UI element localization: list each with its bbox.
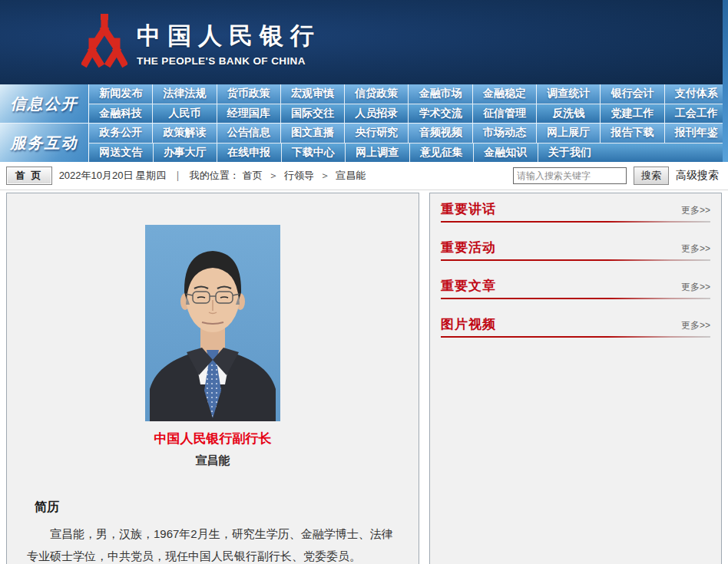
date-label: 2022年10月20日 星期四 [59,169,166,183]
advanced-search-link[interactable]: 高级搜索 [676,169,719,183]
nav-item-学术交流[interactable]: 学术交流 [409,104,472,124]
nav-item-调查统计[interactable]: 调查统计 [537,84,601,104]
search-button[interactable]: 搜索 [634,167,669,185]
nav-item-意见征集[interactable]: 意见征集 [410,143,475,163]
nav-item-下载中心[interactable]: 下载中心 [282,143,346,163]
breadcrumb-link-2[interactable]: 行领导 [284,170,314,181]
nav-group-1-label: 信息公开 [0,84,89,123]
nav-item-图文直播[interactable]: 图文直播 [281,124,345,143]
sidebar-section-2: 重要活动更多>> [430,232,721,261]
section-divider [441,259,710,261]
resume-block: 简历 宣昌能，男，汉族，1967年2月生，研究生学历、金融学博士、法律专业硕士学… [27,500,399,564]
content-area: 中国人民银行副行长 宣昌能 简历 宣昌能，男，汉族，1967年2月生，研究生学历… [0,190,728,564]
nav-item-报告下载[interactable]: 报告下载 [601,124,664,143]
nav-item-网送文告[interactable]: 网送文告 [89,143,154,163]
resume-heading: 简历 [35,500,399,516]
sidebar-section-3: 重要文章更多>> [430,270,721,299]
breadcrumb: 我的位置：首页 ＞ 行领导 ＞ 宣昌能 [190,169,369,183]
sidebar-section-title: 重要文章 [441,277,496,295]
nav-item-人民币[interactable]: 人民币 [153,104,217,124]
nav-item-政务公开[interactable]: 政务公开 [89,124,153,143]
more-link[interactable]: 更多>> [681,242,710,256]
breadcrumb-link-3: 宣昌能 [336,170,366,181]
nav-item-征信管理[interactable]: 征信管理 [473,104,537,124]
nav-row: 网送文告办事大厅在线申报下载中心网上调查意见征集金融知识关于我们 [89,143,728,163]
crumb-separator: ＞ [317,170,333,181]
nav-row: 金融科技人民币经理国库国际交往人员招录学术交流征信管理反洗钱党建工作工会工作 [89,104,728,124]
nav-item-央行研究[interactable]: 央行研究 [345,124,409,143]
site-title-chinese: 中国人民银行 [137,20,321,52]
nav-item-公告信息[interactable]: 公告信息 [217,124,281,143]
sidebar-panel: 重要讲话更多>>重要活动更多>>重要文章更多>>图片视频更多>> [429,193,722,564]
section-divider [441,221,710,223]
bar-separator: ｜ [173,169,183,183]
more-link[interactable]: 更多>> [681,281,710,294]
nav-item-新闻发布[interactable]: 新闻发布 [89,84,153,104]
home-button[interactable]: 首 页 [6,167,52,185]
location-prefix: 我的位置： [190,170,240,181]
nav-item-法律法规[interactable]: 法律法规 [153,84,217,104]
section-divider [441,336,710,338]
site-header: 中国人民银行 THE PEOPLE'S BANK OF CHINA [0,0,728,84]
nav-row: 政务公开政策解读公告信息图文直播央行研究音频视频市场动态网上展厅报告下载报刊年鉴 [89,124,728,143]
official-name: 宣昌能 [7,454,419,468]
nav-item-反洗钱[interactable]: 反洗钱 [537,104,601,124]
nav-item-关于我们[interactable]: 关于我们 [538,143,602,163]
breadcrumb-crumbs: 首页 ＞ 行领导 ＞ 宣昌能 [240,170,369,181]
nav-row: 新闻发布法律法规货币政策宏观审慎信贷政策金融市场金融稳定调查统计银行会计支付体系 [89,84,728,104]
nav-item-党建工作[interactable]: 党建工作 [601,104,664,124]
site-title-english: THE PEOPLE'S BANK OF CHINA [137,55,321,67]
crumb-separator: ＞ [266,170,281,181]
nav-item-人员招录[interactable]: 人员招录 [345,104,409,124]
pboc-logo-icon [81,12,127,72]
nav-item-在线申报[interactable]: 在线申报 [217,143,282,163]
nav-group-1: 信息公开新闻发布法律法规货币政策宏观审慎信贷政策金融市场金融稳定调查统计银行会计… [0,84,728,123]
nav-item-报刊年鉴[interactable]: 报刊年鉴 [665,124,728,143]
nav-item-支付体系[interactable]: 支付体系 [665,84,728,104]
nav-item-音频视频[interactable]: 音频视频 [409,124,472,143]
nav-item-信贷政策[interactable]: 信贷政策 [345,84,409,104]
more-link[interactable]: 更多>> [681,204,710,217]
more-link[interactable]: 更多>> [681,319,710,332]
search-area: 搜索 高级搜索 [513,167,722,185]
breadcrumb-link-1[interactable]: 首页 [243,170,263,181]
nav-item-金融知识[interactable]: 金融知识 [474,143,538,163]
nav-item-市场动态[interactable]: 市场动态 [473,124,537,143]
nav-item-金融科技[interactable]: 金融科技 [89,104,153,124]
nav-group-2-label: 服务互动 [0,124,89,162]
sidebar-section-1: 重要讲话更多>> [430,193,721,223]
sidebar-section-title: 图片视频 [441,315,496,333]
nav-item-工会工作[interactable]: 工会工作 [665,104,728,124]
official-portrait-photo [145,225,280,421]
nav-item-银行会计[interactable]: 银行会计 [601,84,664,104]
nav-item-政策解读[interactable]: 政策解读 [153,124,217,143]
sidebar-section-4: 图片视频更多>> [430,308,721,338]
nav-item-经理国库[interactable]: 经理国库 [217,104,281,124]
sidebar-section-title: 重要讲话 [441,200,496,218]
section-divider [441,298,710,299]
nav-item-货币政策[interactable]: 货币政策 [217,84,281,104]
nav-item-网上展厅[interactable]: 网上展厅 [537,124,601,143]
breadcrumb-bar: 首 页 2022年10月20日 星期四 ｜ 我的位置：首页 ＞ 行领导 ＞ 宣昌… [0,162,728,190]
nav-item-办事大厅[interactable]: 办事大厅 [154,143,218,163]
nav-item-国际交往[interactable]: 国际交往 [281,104,345,124]
resume-text: 宣昌能，男，汉族，1967年2月生，研究生学历、金融学博士、法律专业硕士学位，中… [27,523,399,564]
nav-filler [601,143,728,163]
profile-panel: 中国人民银行副行长 宣昌能 简历 宣昌能，男，汉族，1967年2月生，研究生学历… [6,193,419,564]
search-input[interactable] [513,167,627,184]
nav-item-金融稳定[interactable]: 金融稳定 [473,84,537,104]
nav-group-2: 服务互动政务公开政策解读公告信息图文直播央行研究音频视频市场动态网上展厅报告下载… [0,123,728,162]
nav-item-宏观审慎[interactable]: 宏观审慎 [281,84,345,104]
nav-item-网上调查[interactable]: 网上调查 [346,143,410,163]
main-nav: 信息公开新闻发布法律法规货币政策宏观审慎信贷政策金融市场金融稳定调查统计银行会计… [0,84,728,162]
right-edge-strip [723,0,728,162]
nav-item-金融市场[interactable]: 金融市场 [409,84,472,104]
site-title-block: 中国人民银行 THE PEOPLE'S BANK OF CHINA [137,20,321,67]
sidebar-section-title: 重要活动 [441,239,496,256]
official-title: 中国人民银行副行长 [7,430,419,447]
